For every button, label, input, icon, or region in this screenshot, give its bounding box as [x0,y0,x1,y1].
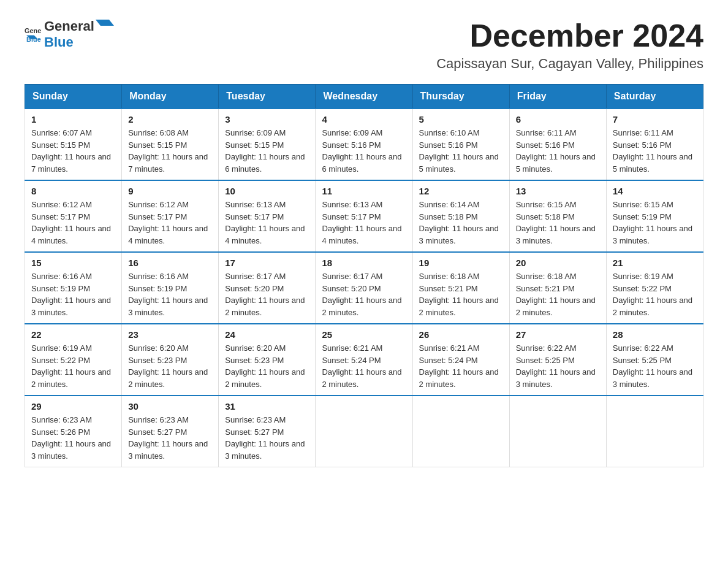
day-info: Sunrise: 6:09 AM Sunset: 5:15 PM Dayligh… [225,127,309,175]
table-row: 23 Sunrise: 6:20 AM Sunset: 5:23 PM Dayl… [122,324,219,396]
daylight-label: Daylight: 11 hours and 2 minutes. [516,296,596,317]
sunset-label: Sunset: 5:15 PM [225,140,284,150]
sunset-label: Sunset: 5:16 PM [613,140,672,150]
daylight-label: Daylight: 11 hours and 2 minutes. [128,367,208,389]
day-info: Sunrise: 6:14 AM Sunset: 5:18 PM Dayligh… [419,199,503,247]
sunset-label: Sunset: 5:21 PM [516,284,575,293]
col-monday: Monday [122,85,219,109]
col-saturday: Saturday [606,85,703,109]
day-info: Sunrise: 6:11 AM Sunset: 5:16 PM Dayligh… [613,127,697,175]
day-info: Sunrise: 6:15 AM Sunset: 5:19 PM Dayligh… [613,199,697,247]
sunset-label: Sunset: 5:18 PM [516,212,575,221]
day-info: Sunrise: 6:11 AM Sunset: 5:16 PM Dayligh… [516,127,600,175]
day-number: 6 [516,114,600,124]
week-row-3: 15 Sunrise: 6:16 AM Sunset: 5:19 PM Dayl… [25,252,703,324]
day-number: 7 [613,114,697,124]
day-info: Sunrise: 6:10 AM Sunset: 5:16 PM Dayligh… [419,127,503,175]
day-info: Sunrise: 6:16 AM Sunset: 5:19 PM Dayligh… [31,270,115,318]
sunset-label: Sunset: 5:17 PM [128,212,187,221]
daylight-label: Daylight: 11 hours and 5 minutes. [516,152,596,174]
month-title: December 2024 [436,18,703,53]
sunset-label: Sunset: 5:24 PM [322,356,381,365]
sunrise-label: Sunrise: 6:18 AM [419,272,480,281]
logo-blue-text: Blue [44,34,74,50]
day-number: 22 [31,329,115,340]
day-number: 16 [128,258,212,268]
day-number: 9 [128,186,212,196]
day-info: Sunrise: 6:17 AM Sunset: 5:20 PM Dayligh… [322,270,406,318]
day-info: Sunrise: 6:12 AM Sunset: 5:17 PM Dayligh… [128,199,212,247]
col-sunday: Sunday [25,85,122,109]
daylight-label: Daylight: 11 hours and 2 minutes. [419,367,499,389]
daylight-label: Daylight: 11 hours and 5 minutes. [613,152,692,174]
day-info: Sunrise: 6:23 AM Sunset: 5:26 PM Dayligh… [31,414,115,462]
day-info: Sunrise: 6:19 AM Sunset: 5:22 PM Dayligh… [613,270,697,318]
sunset-label: Sunset: 5:17 PM [31,212,90,221]
daylight-label: Daylight: 11 hours and 2 minutes. [225,296,305,317]
table-row: 12 Sunrise: 6:14 AM Sunset: 5:18 PM Dayl… [412,180,509,252]
sunset-label: Sunset: 5:17 PM [322,212,381,221]
sunrise-label: Sunrise: 6:12 AM [128,200,189,209]
day-number: 5 [419,114,503,124]
sunrise-label: Sunrise: 6:17 AM [322,272,382,281]
day-info: Sunrise: 6:09 AM Sunset: 5:16 PM Dayligh… [322,127,406,175]
table-row: 4 Sunrise: 6:09 AM Sunset: 5:16 PM Dayli… [316,109,412,180]
sunset-label: Sunset: 5:23 PM [128,356,187,365]
sunset-label: Sunset: 5:19 PM [613,212,672,221]
day-info: Sunrise: 6:21 AM Sunset: 5:24 PM Dayligh… [419,342,503,390]
sunset-label: Sunset: 5:20 PM [322,284,381,293]
day-number: 26 [419,329,503,340]
table-row: 21 Sunrise: 6:19 AM Sunset: 5:22 PM Dayl… [606,252,703,324]
daylight-label: Daylight: 11 hours and 2 minutes. [322,367,401,389]
daylight-label: Daylight: 11 hours and 3 minutes. [516,367,596,389]
table-row: 7 Sunrise: 6:11 AM Sunset: 5:16 PM Dayli… [606,109,703,180]
sunset-label: Sunset: 5:25 PM [613,356,672,365]
sunrise-label: Sunrise: 6:17 AM [225,272,286,281]
sunrise-label: Sunrise: 6:08 AM [128,128,189,137]
table-row: 24 Sunrise: 6:20 AM Sunset: 5:23 PM Dayl… [219,324,316,396]
sunset-label: Sunset: 5:16 PM [516,140,575,150]
sunset-label: Sunset: 5:15 PM [128,140,187,150]
day-info: Sunrise: 6:23 AM Sunset: 5:27 PM Dayligh… [225,414,309,462]
daylight-label: Daylight: 11 hours and 3 minutes. [613,224,692,245]
sunset-label: Sunset: 5:26 PM [31,427,90,437]
table-row: 22 Sunrise: 6:19 AM Sunset: 5:22 PM Dayl… [25,324,122,396]
day-number: 4 [322,114,406,124]
logo-general-text: General [44,18,94,34]
svg-marker-3 [96,20,114,26]
col-thursday: Thursday [412,85,509,109]
calendar-table: Sunday Monday Tuesday Wednesday Thursday… [25,84,703,467]
day-number: 23 [128,329,212,340]
daylight-label: Daylight: 11 hours and 3 minutes. [128,296,208,317]
sunset-label: Sunset: 5:23 PM [225,356,284,365]
table-row: 25 Sunrise: 6:21 AM Sunset: 5:24 PM Dayl… [316,324,412,396]
calendar-header-row: Sunday Monday Tuesday Wednesday Thursday… [25,85,703,109]
sunset-label: Sunset: 5:22 PM [613,284,672,293]
day-number: 18 [322,258,406,268]
sunrise-label: Sunrise: 6:15 AM [613,200,673,209]
day-info: Sunrise: 6:22 AM Sunset: 5:25 PM Dayligh… [516,342,600,390]
day-number: 27 [516,329,600,340]
table-row: 11 Sunrise: 6:13 AM Sunset: 5:17 PM Dayl… [316,180,412,252]
table-row [412,396,509,467]
sunrise-label: Sunrise: 6:19 AM [31,343,92,353]
sunrise-label: Sunrise: 6:23 AM [225,415,286,424]
day-info: Sunrise: 6:18 AM Sunset: 5:21 PM Dayligh… [419,270,503,318]
day-info: Sunrise: 6:22 AM Sunset: 5:25 PM Dayligh… [613,342,697,390]
day-number: 10 [225,186,309,196]
sunrise-label: Sunrise: 6:16 AM [31,272,92,281]
table-row: 27 Sunrise: 6:22 AM Sunset: 5:25 PM Dayl… [509,324,606,396]
table-row: 5 Sunrise: 6:10 AM Sunset: 5:16 PM Dayli… [412,109,509,180]
day-number: 2 [128,114,212,124]
day-number: 15 [31,258,115,268]
sunrise-label: Sunrise: 6:23 AM [128,415,189,424]
col-friday: Friday [509,85,606,109]
day-number: 29 [31,401,115,412]
sunrise-label: Sunrise: 6:12 AM [31,200,92,209]
daylight-label: Daylight: 11 hours and 3 minutes. [225,439,305,461]
sunset-label: Sunset: 5:17 PM [225,212,284,221]
table-row: 1 Sunrise: 6:07 AM Sunset: 5:15 PM Dayli… [25,109,122,180]
sunset-label: Sunset: 5:15 PM [31,140,90,150]
table-row [606,396,703,467]
sunset-label: Sunset: 5:22 PM [31,356,90,365]
